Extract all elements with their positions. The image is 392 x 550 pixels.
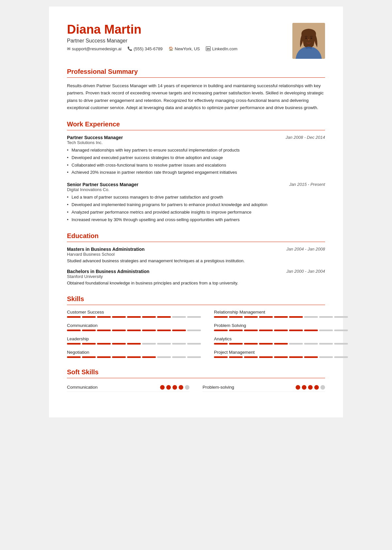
work-divider bbox=[67, 130, 325, 130]
skill-bar-segment bbox=[97, 343, 111, 345]
skill-bar-segment bbox=[67, 316, 81, 318]
linkedin-contact: LinkedIn.com bbox=[206, 46, 237, 51]
education-section: Education Masters in Business Administra… bbox=[67, 232, 325, 286]
contact-info: support@resumedesign.ai (555) 345-6789 N… bbox=[67, 46, 237, 51]
job-title: Senior Partner Success Manager bbox=[67, 182, 139, 187]
education-divider bbox=[67, 242, 325, 242]
soft-skills-section: Soft Skills Communication Problem-solvin… bbox=[67, 368, 325, 392]
soft-skill-item: Communication bbox=[67, 383, 189, 392]
linkedin-value: LinkedIn.com bbox=[212, 46, 237, 51]
skill-bar-segment bbox=[82, 330, 96, 331]
soft-skill-dot bbox=[172, 385, 177, 390]
skill-bar-segment bbox=[97, 316, 111, 318]
skill-bar-segment bbox=[67, 330, 81, 331]
job-title: Partner Success Manager bbox=[67, 135, 123, 140]
skill-bar-segment bbox=[289, 330, 303, 331]
soft-skill-name: Problem-solving bbox=[203, 385, 234, 390]
soft-skill-dot bbox=[308, 385, 313, 390]
skill-bar-segment bbox=[334, 343, 348, 345]
photo-placeholder bbox=[292, 23, 325, 59]
skill-bar-segment bbox=[127, 356, 141, 358]
skill-bar-segment bbox=[289, 356, 303, 358]
skill-bar-segment bbox=[187, 356, 201, 358]
job-bullet: Led a team of partner success managers t… bbox=[67, 194, 325, 201]
soft-skill-dots bbox=[296, 385, 325, 390]
skill-bar-segment bbox=[229, 316, 243, 318]
skill-bar-segment bbox=[274, 330, 288, 331]
job-bullet: Managed relationships with key partners … bbox=[67, 147, 325, 154]
email-contact: support@resumedesign.ai bbox=[67, 46, 122, 51]
email-icon bbox=[67, 46, 71, 51]
skill-name: Project Management bbox=[214, 350, 348, 355]
skill-bar-segment bbox=[304, 316, 318, 318]
skill-bar-segment bbox=[244, 330, 258, 331]
job-bullet: Developed and executed partner success s… bbox=[67, 154, 325, 161]
job-dates: Jan 2008 - Dec 2014 bbox=[286, 135, 325, 140]
edu-header: Bachelors in Business Administration Jan… bbox=[67, 269, 325, 274]
skill-bar bbox=[214, 356, 348, 358]
skill-item: Communication bbox=[67, 323, 201, 331]
skill-bar-segment bbox=[172, 316, 186, 318]
skill-bar-segment bbox=[244, 316, 258, 318]
skill-name: Relationship Management bbox=[214, 310, 348, 315]
email-value: support@resumedesign.ai bbox=[72, 46, 122, 51]
skill-bar-segment bbox=[82, 356, 96, 358]
skill-item: Leadership bbox=[67, 336, 201, 345]
skill-name: Negotiation bbox=[67, 350, 201, 355]
skill-bar-segment bbox=[97, 356, 111, 358]
skill-bar-segment bbox=[67, 356, 81, 358]
phone-icon bbox=[127, 46, 132, 51]
summary-text: Results-driven Partner Success Manager w… bbox=[67, 82, 325, 111]
edu-school: Stanford University bbox=[67, 274, 325, 279]
skill-bar-segment bbox=[334, 316, 348, 318]
skill-bar-segment bbox=[214, 356, 228, 358]
phone-value: (555) 345-6789 bbox=[134, 46, 163, 51]
skill-bar-segment bbox=[274, 316, 288, 318]
location-contact: NewYork, US bbox=[169, 46, 200, 51]
work-title: Work Experience bbox=[67, 121, 325, 128]
edu-degree: Bachelors in Business Administration bbox=[67, 269, 149, 274]
skill-bar bbox=[214, 316, 348, 318]
skill-bar-segment bbox=[82, 316, 96, 318]
jobs-container: Partner Success Manager Jan 2008 - Dec 2… bbox=[67, 135, 325, 223]
job-dates: Jan 2015 - Present bbox=[289, 182, 325, 187]
skill-bar-segment bbox=[172, 356, 186, 358]
job-entry: Partner Success Manager Jan 2008 - Dec 2… bbox=[67, 135, 325, 176]
soft-skills-grid: Communication Problem-solving bbox=[67, 383, 325, 392]
summary-title: Professional Summary bbox=[67, 68, 325, 75]
skill-bar-segment bbox=[214, 330, 228, 331]
soft-skills-title: Soft Skills bbox=[67, 368, 325, 376]
resume-container: Diana Martin Partner Success Manager sup… bbox=[49, 7, 343, 417]
skill-bar-segment bbox=[142, 356, 156, 358]
job-bullet: Achieved 20% increase in partner retenti… bbox=[67, 169, 325, 176]
soft-skill-dot bbox=[302, 385, 306, 390]
skill-bar-segment bbox=[229, 343, 243, 345]
skill-bar-segment bbox=[304, 330, 318, 331]
soft-skill-dot bbox=[185, 385, 189, 390]
job-company: Tech Solutions Inc. bbox=[67, 140, 325, 145]
skill-bar bbox=[214, 330, 348, 331]
skill-bar-segment bbox=[142, 330, 156, 331]
skill-bar-segment bbox=[127, 316, 141, 318]
skill-item: Negotiation bbox=[67, 350, 201, 358]
skill-bar-segment bbox=[82, 343, 96, 345]
skill-item: Customer Success bbox=[67, 310, 201, 318]
skill-bar-segment bbox=[259, 330, 273, 331]
skill-bar bbox=[67, 316, 201, 318]
work-section: Work Experience Partner Success Manager … bbox=[67, 121, 325, 223]
skill-bar-segment bbox=[274, 356, 288, 358]
skill-bar-segment bbox=[112, 316, 126, 318]
edu-degree: Masters in Business Administration bbox=[67, 247, 145, 252]
soft-skill-name: Communication bbox=[67, 385, 98, 390]
edu-entry: Masters in Business Administration Jan 2… bbox=[67, 247, 325, 264]
job-bullet: Analyzed partner performance metrics and… bbox=[67, 209, 325, 216]
skill-bar-segment bbox=[112, 343, 126, 345]
skill-name: Analytics bbox=[214, 336, 348, 341]
soft-skill-dot bbox=[314, 385, 319, 390]
svg-point-3 bbox=[305, 38, 307, 39]
edu-header: Masters in Business Administration Jan 2… bbox=[67, 247, 325, 252]
skill-bar-segment bbox=[229, 356, 243, 358]
skill-bar-segment bbox=[127, 343, 141, 345]
skills-grid: Customer Success Relationship Management… bbox=[67, 310, 325, 359]
skill-bar-segment bbox=[127, 330, 141, 331]
